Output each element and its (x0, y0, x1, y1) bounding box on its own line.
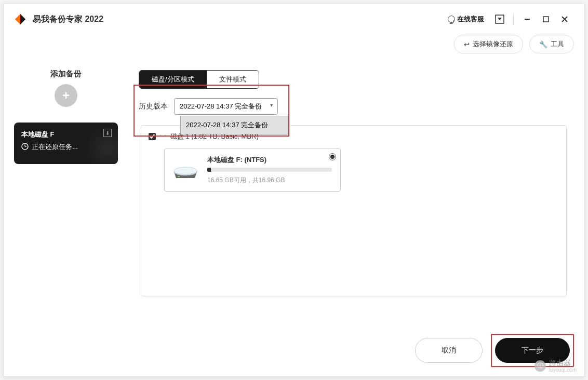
partition-usage-bar (207, 168, 332, 172)
partition-card[interactable]: 本地磁盘 F: (NTFS) 16.65 GB可用，共16.96 GB (164, 148, 341, 192)
backup-card-status: 正在还原任务... (32, 142, 78, 152)
select-image-restore-button[interactable]: ↩ 选择镜像还原 (454, 35, 523, 53)
partition-size-text: 16.65 GB可用，共16.96 GB (207, 176, 332, 185)
history-option[interactable]: 2022-07-28 14:37 完全备份 (181, 116, 288, 134)
add-backup-title: 添加备份 (14, 69, 118, 79)
support-label: 在线客服 (457, 15, 484, 24)
partition-name: 本地磁盘 F: (NTFS) (207, 155, 332, 165)
minimize-button[interactable] (518, 10, 537, 29)
history-version-select[interactable]: 2022-07-28 14:37 完全备份 (174, 98, 278, 115)
app-title: 易我备份专家 2022 (33, 14, 103, 25)
svg-marker-1 (20, 14, 25, 24)
tools-button[interactable]: 🔧 工具 (529, 35, 574, 53)
tab-disk-mode[interactable]: 磁盘/分区模式 (139, 71, 207, 88)
hdd-icon (171, 159, 200, 181)
svg-marker-3 (498, 18, 502, 20)
chevron-down-icon[interactable]: ﹀ (160, 132, 166, 141)
clock-icon (21, 143, 29, 152)
back-arrow-icon: ↩ (464, 40, 470, 48)
watermark-icon: ⓘ (534, 360, 546, 372)
add-backup-button[interactable]: + (55, 84, 77, 107)
watermark: ⓘ 路由器 luyouqi.com (534, 359, 577, 373)
backup-task-card[interactable]: 本地磁盘 F 正在还原任务... ⬇ (14, 123, 118, 164)
partition-radio[interactable] (329, 153, 336, 160)
cancel-button[interactable]: 取消 (415, 338, 483, 363)
headset-icon (448, 16, 455, 23)
divider (513, 13, 514, 25)
wrench-icon: 🔧 (539, 40, 547, 48)
restore-image-label: 选择镜像还原 (473, 39, 513, 49)
close-button[interactable] (555, 10, 574, 29)
tab-file-mode[interactable]: 文件模式 (207, 71, 259, 88)
svg-rect-13 (178, 176, 180, 177)
tools-label: 工具 (551, 39, 564, 49)
app-logo-icon (14, 13, 26, 25)
dropdown-menu-button[interactable] (490, 10, 509, 29)
history-selected-value: 2022-07-28 14:37 完全备份 (180, 102, 262, 110)
plus-icon: + (62, 88, 70, 103)
disk-panel: ﹀ 磁盘 1 (1.82 TB, Basic, MBR) 本地磁盘 F: (NT… (141, 125, 567, 296)
svg-rect-5 (543, 17, 549, 22)
maximize-button[interactable] (537, 10, 555, 29)
download-icon[interactable]: ⬇ (103, 129, 112, 137)
svg-point-12 (174, 167, 197, 174)
disk-checkbox[interactable] (149, 133, 156, 140)
mode-tabs: 磁盘/分区模式 文件模式 (139, 70, 259, 89)
watermark-sub: luyouqi.com (549, 367, 577, 373)
online-support-button[interactable]: 在线客服 (448, 15, 484, 24)
history-label: 历史版本 (139, 102, 168, 111)
history-dropdown: 2022-07-28 14:37 完全备份 (180, 116, 288, 134)
